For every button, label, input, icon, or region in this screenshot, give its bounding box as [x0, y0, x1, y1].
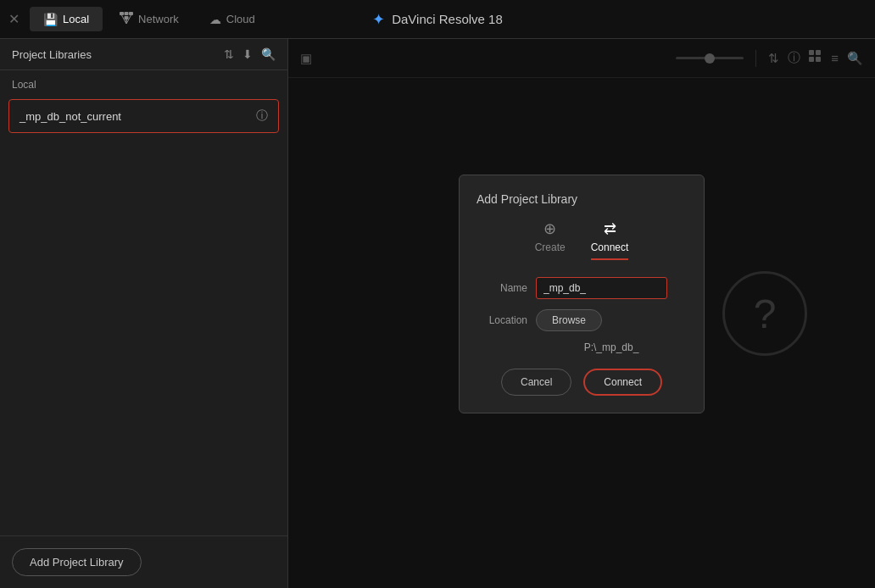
- modal-tabs: ⊕ Create ⇄ Connect: [477, 219, 687, 260]
- main-layout: Project Libraries ⇅ ⬇ 🔍 Local _mp_db_not…: [0, 39, 875, 588]
- local-icon: 💾: [43, 13, 58, 26]
- sidebar-footer: Add Project Library: [0, 535, 287, 588]
- tab-local-label: Local: [63, 13, 89, 25]
- sidebar-title: Project Libraries: [12, 48, 92, 61]
- app-title-area: ✦ DaVinci Resolve 18: [372, 10, 503, 29]
- sidebar: Project Libraries ⇅ ⬇ 🔍 Local _mp_db_not…: [0, 39, 288, 588]
- sort-icon[interactable]: ⇅: [224, 47, 234, 61]
- add-project-library-button[interactable]: Add Project Library: [12, 548, 142, 576]
- add-project-library-dialog: Add Project Library ⊕ Create ⇄ Connect N…: [459, 175, 705, 413]
- close-button[interactable]: ✕: [8, 11, 20, 27]
- search-icon[interactable]: 🔍: [261, 47, 276, 61]
- svg-rect-3: [125, 16, 129, 19]
- connect-tab-icon: ⇄: [604, 219, 616, 238]
- modal-tab-connect[interactable]: ⇄ Connect: [591, 219, 629, 260]
- sidebar-section-local: Local: [0, 70, 287, 96]
- tab-network[interactable]: Network: [106, 7, 192, 31]
- titlebar-tabs: 💾 Local Network ☁ Cloud: [30, 7, 269, 31]
- sidebar-header: Project Libraries ⇅ ⬇ 🔍: [0, 39, 287, 70]
- modal-overlay: Add Project Library ⊕ Create ⇄ Connect N…: [288, 39, 875, 588]
- create-tab-label: Create: [535, 241, 566, 253]
- tab-cloud-label: Cloud: [226, 13, 255, 25]
- svg-rect-1: [125, 12, 129, 15]
- location-field-row: Location Browse: [477, 309, 687, 331]
- path-display: P:\_mp_db_: [536, 341, 687, 353]
- connect-tab-label: Connect: [591, 241, 629, 253]
- tab-cloud[interactable]: ☁ Cloud: [196, 7, 269, 31]
- cancel-button[interactable]: Cancel: [501, 369, 571, 396]
- sidebar-spacer: [0, 136, 287, 535]
- name-label: Name: [477, 282, 527, 294]
- connect-button[interactable]: Connect: [583, 369, 662, 396]
- cloud-icon: ☁: [209, 13, 221, 26]
- tab-network-label: Network: [138, 13, 179, 25]
- svg-rect-0: [120, 12, 124, 15]
- modal-actions: Cancel Connect: [477, 369, 687, 396]
- app-title: DaVinci Resolve 18: [392, 12, 503, 26]
- tab-local[interactable]: 💾 Local: [30, 7, 103, 31]
- content-area: ▣ ⇅ ⓘ ≡: [288, 39, 875, 588]
- name-field-row: Name: [477, 277, 687, 299]
- sidebar-header-icons: ⇅ ⬇ 🔍: [224, 47, 276, 61]
- library-item-name: _mp_db_not_current: [20, 110, 121, 123]
- create-tab-icon: ⊕: [543, 219, 556, 238]
- library-item-info-icon[interactable]: ⓘ: [256, 108, 268, 124]
- name-input[interactable]: [536, 277, 667, 299]
- browse-button[interactable]: Browse: [536, 309, 602, 331]
- titlebar: ✕ 💾 Local Network ☁ Cloud: [0, 0, 875, 39]
- app-logo: ✦: [372, 10, 385, 29]
- svg-rect-2: [129, 12, 133, 15]
- modal-title: Add Project Library: [477, 192, 687, 206]
- download-icon[interactable]: ⬇: [242, 47, 253, 61]
- location-label: Location: [477, 314, 527, 326]
- modal-tab-create[interactable]: ⊕ Create: [535, 219, 566, 260]
- library-item[interactable]: _mp_db_not_current ⓘ: [8, 99, 279, 133]
- network-icon: [120, 12, 133, 26]
